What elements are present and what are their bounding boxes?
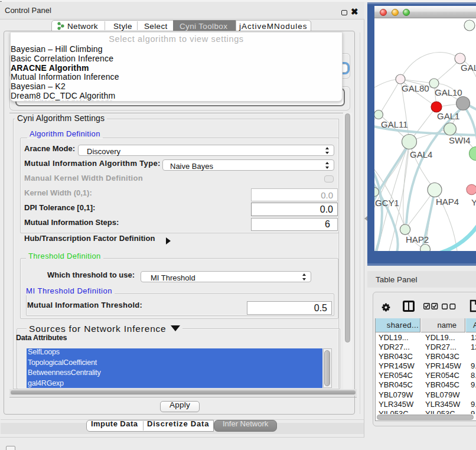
- svg-text:GAL10: GAL10: [435, 87, 462, 97]
- svg-text:HAP4: HAP4: [436, 197, 459, 207]
- svg-text:HAP2: HAP2: [406, 234, 429, 244]
- svg-text:SWI4: SWI4: [449, 135, 471, 145]
- svg-text:GAL4: GAL4: [410, 149, 432, 159]
- svg-text:GCY1: GCY1: [375, 198, 399, 208]
- svg-text:GAL80: GAL80: [402, 83, 429, 93]
- svg-text:Y: Y: [471, 197, 476, 207]
- svg-text:GAL1: GAL1: [437, 111, 459, 121]
- svg-text:GAL7: GAL7: [461, 63, 476, 73]
- svg-text:GAL11: GAL11: [381, 119, 408, 129]
